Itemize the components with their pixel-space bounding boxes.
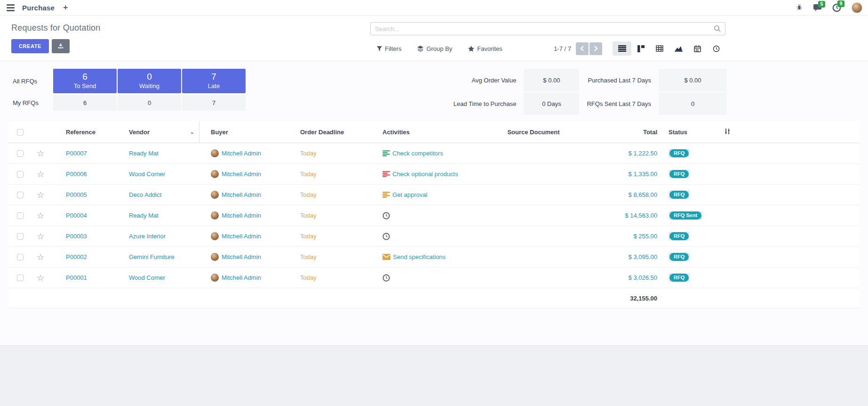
column-header-status[interactable]: Status (663, 129, 715, 136)
chevron-left-icon (580, 46, 584, 51)
column-header-order-deadline[interactable]: Order Deadline (289, 129, 371, 136)
reference-link[interactable]: P00007 (53, 150, 116, 157)
vendor-link[interactable]: Azure Interior (116, 233, 199, 240)
reference-link[interactable]: P00006 (53, 171, 116, 178)
vendor-link[interactable]: Deco Addict (116, 191, 199, 198)
select-all-checkbox[interactable] (17, 129, 24, 136)
table-row[interactable]: ☆ P00007 Ready Mat Mitchell Admin Today … (8, 143, 860, 164)
column-header-reference[interactable]: Reference (53, 129, 116, 136)
row-checkbox[interactable] (17, 275, 24, 281)
column-header-buyer[interactable]: Buyer (199, 129, 289, 136)
export-button[interactable] (52, 39, 70, 53)
create-button[interactable]: CREATE (11, 39, 49, 53)
activities-clock-icon[interactable]: 9 (832, 3, 841, 12)
table-row[interactable]: ☆ P00006 Wood Corner Mitchell Admin Toda… (8, 164, 860, 185)
table-row[interactable]: ☆ P00003 Azure Interior Mitchell Admin T… (8, 226, 860, 247)
graph-view-button[interactable] (669, 41, 688, 56)
optional-columns-icon[interactable] (724, 128, 731, 135)
activity-todo-icon-red[interactable] (382, 171, 390, 177)
activity-clock-icon[interactable] (382, 212, 390, 219)
vendor-link[interactable]: Gemini Furniture (116, 253, 199, 260)
group-by-button[interactable]: Group By (417, 45, 452, 52)
favorite-star-icon[interactable]: ☆ (37, 149, 44, 158)
kpi-my-late[interactable]: 7 (182, 95, 246, 111)
row-checkbox[interactable] (17, 192, 24, 198)
vendor-link[interactable]: Wood Corner (116, 274, 199, 281)
rfq-list-table: Reference Vendor ⌄ Buyer Order Deadline … (8, 122, 860, 309)
kpi-my-to-send[interactable]: 6 (53, 95, 117, 111)
table-row[interactable]: ☆ P00004 Ready Mat Mitchell Admin Today … (8, 205, 860, 226)
activity-todo-icon-yellow[interactable] (382, 192, 390, 198)
favorite-star-icon[interactable]: ☆ (37, 274, 44, 282)
favorites-button[interactable]: Favorites (468, 45, 502, 52)
row-checkbox[interactable] (17, 150, 24, 157)
user-avatar[interactable] (852, 2, 862, 13)
pivot-view-icon (656, 45, 663, 52)
search-icon[interactable] (714, 25, 721, 32)
favorite-star-icon[interactable]: ☆ (37, 253, 44, 261)
activity-label[interactable]: Check optional products (392, 171, 458, 178)
activity-todo-icon-green[interactable] (382, 150, 390, 156)
kpi-card-late[interactable]: 7 Late (182, 69, 246, 93)
column-header-vendor[interactable]: Vendor ⌄ (116, 122, 199, 143)
reference-link[interactable]: P00001 (53, 274, 116, 281)
activity-clock-icon[interactable] (382, 274, 390, 282)
pager-previous-button[interactable] (576, 42, 589, 55)
reference-link[interactable]: P00005 (53, 191, 116, 198)
activity-view-button[interactable] (707, 41, 725, 56)
table-row[interactable]: ☆ P00005 Deco Addict Mitchell Admin Toda… (8, 185, 860, 205)
buyer-name[interactable]: Mitchell Admin (222, 171, 261, 178)
apps-menu-icon[interactable] (6, 3, 16, 12)
activity-email-icon[interactable] (382, 254, 390, 260)
filters-button[interactable]: Filters (377, 45, 401, 52)
activity-clock-icon[interactable] (382, 233, 390, 240)
activity-label[interactable]: Get approval (392, 191, 427, 198)
column-header-activities[interactable]: Activities (371, 129, 472, 136)
plus-menu[interactable]: + (61, 3, 70, 12)
search-input[interactable] (371, 23, 725, 35)
buyer-avatar (211, 149, 219, 157)
buyer-avatar (211, 191, 219, 199)
reference-link[interactable]: P00003 (53, 233, 116, 240)
buyer-name[interactable]: Mitchell Admin (222, 150, 261, 157)
column-header-source-document[interactable]: Source Document (472, 129, 595, 136)
kpi-card-waiting[interactable]: 0 Waiting (118, 69, 181, 93)
table-row[interactable]: ☆ P00002 Gemini Furniture Mitchell Admin… (8, 247, 860, 268)
favorite-star-icon[interactable]: ☆ (37, 232, 44, 241)
buyer-name[interactable]: Mitchell Admin (222, 233, 261, 240)
vendor-link[interactable]: Ready Mat (116, 150, 199, 157)
row-checkbox[interactable] (17, 212, 24, 219)
favorite-star-icon[interactable]: ☆ (37, 191, 44, 199)
kpi-my-waiting[interactable]: 0 (118, 95, 181, 111)
vendor-link[interactable]: Wood Corner (116, 171, 199, 178)
order-deadline-cell: Today (289, 233, 371, 240)
row-checkbox[interactable] (17, 254, 24, 260)
reference-link[interactable]: P00002 (53, 253, 116, 260)
activity-label[interactable]: Check competitors (392, 150, 443, 157)
list-view-button[interactable] (613, 41, 631, 56)
app-name[interactable]: Purchase (22, 4, 55, 12)
pivot-view-button[interactable] (650, 41, 669, 56)
debug-bug-icon[interactable] (796, 4, 803, 11)
stat-value-avg-order-value: $ 0.00 (524, 69, 579, 91)
row-checkbox[interactable] (17, 233, 24, 240)
stat-label-avg-order-value: Avg Order Value (454, 77, 517, 84)
messages-icon[interactable]: 5 (813, 4, 822, 12)
buyer-name[interactable]: Mitchell Admin (222, 212, 261, 219)
favorite-star-icon[interactable]: ☆ (37, 211, 44, 220)
vendor-link[interactable]: Ready Mat (116, 212, 199, 219)
column-header-total[interactable]: Total (595, 129, 663, 136)
favorite-star-icon[interactable]: ☆ (37, 170, 44, 179)
buyer-avatar (211, 211, 219, 219)
calendar-view-button[interactable] (688, 41, 707, 56)
pager-next-button[interactable] (589, 42, 602, 55)
reference-link[interactable]: P00004 (53, 212, 116, 219)
kanban-view-button[interactable] (631, 41, 650, 56)
buyer-name[interactable]: Mitchell Admin (222, 191, 261, 198)
table-row[interactable]: ☆ P00001 Wood Corner Mitchell Admin Toda… (8, 268, 860, 288)
buyer-name[interactable]: Mitchell Admin (222, 274, 261, 281)
activity-label[interactable]: Send specifications (393, 253, 446, 260)
row-checkbox[interactable] (17, 171, 24, 178)
buyer-name[interactable]: Mitchell Admin (222, 253, 261, 260)
kpi-card-to-send[interactable]: 6 To Send (53, 69, 117, 93)
